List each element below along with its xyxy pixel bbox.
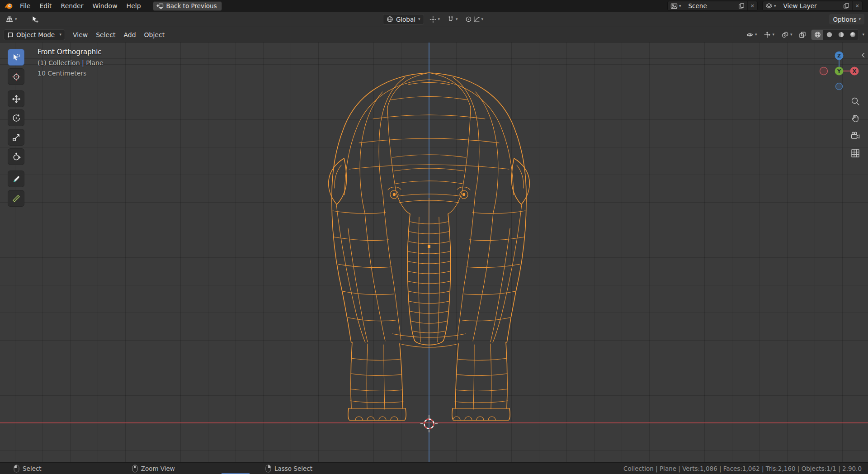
proportional-editing-controls[interactable]: ▾ bbox=[463, 14, 486, 25]
mode-dropdown[interactable]: Object Mode ▾ bbox=[4, 29, 65, 40]
rotate-icon bbox=[12, 114, 21, 123]
navigation-gizmo[interactable]: Z X Y bbox=[818, 50, 860, 92]
select-box-icon bbox=[12, 53, 21, 62]
options-button[interactable]: Options ▾ bbox=[829, 14, 864, 24]
tool-measure[interactable] bbox=[8, 190, 24, 207]
active-tool-indicator[interactable] bbox=[29, 14, 41, 25]
measure-ruler-icon bbox=[12, 194, 21, 203]
context-label: (1) Collection | Plane bbox=[38, 59, 104, 66]
view-name-label: Front Orthographic bbox=[38, 48, 104, 56]
new-scene-button[interactable] bbox=[736, 1, 747, 10]
menu-object[interactable]: Object bbox=[140, 29, 169, 40]
blender-logo-icon[interactable] bbox=[4, 1, 14, 10]
camera-icon bbox=[850, 131, 860, 141]
close-icon: ✕ bbox=[750, 3, 755, 9]
shading-wireframe-button[interactable] bbox=[811, 30, 823, 40]
menu-help[interactable]: Help bbox=[122, 0, 146, 12]
solid-sphere-icon bbox=[826, 31, 833, 38]
scale-icon bbox=[12, 133, 21, 142]
xray-icon bbox=[799, 31, 806, 38]
menu-view[interactable]: View bbox=[69, 29, 92, 40]
object-mode-icon bbox=[7, 32, 14, 38]
wireframe-sphere-icon bbox=[814, 31, 821, 38]
hint-select: Select bbox=[14, 465, 42, 473]
tool-annotate[interactable] bbox=[8, 171, 24, 187]
chevron-down-icon: ▾ bbox=[418, 17, 420, 21]
remove-view-layer-button[interactable]: ✕ bbox=[852, 1, 862, 10]
view-layer-icon bbox=[765, 3, 773, 9]
chevron-down-icon: ▾ bbox=[15, 17, 17, 21]
hint-lasso-select-label: Lasso Select bbox=[274, 465, 312, 472]
pivot-point-icon bbox=[429, 16, 437, 23]
svg-text:X: X bbox=[853, 68, 857, 74]
chevron-down-icon: ▾ bbox=[438, 17, 440, 21]
blender-window: File Edit Render Window Help Back to Pre… bbox=[0, 0, 868, 474]
rendered-sphere-icon bbox=[849, 31, 856, 38]
overlays-icon bbox=[781, 31, 789, 38]
mouse-left-click-icon bbox=[14, 465, 19, 473]
editor-3d-viewport-icon bbox=[5, 15, 14, 23]
gizmo-axis-negative-x[interactable] bbox=[820, 67, 828, 75]
magnet-icon bbox=[447, 16, 454, 23]
tool-cursor[interactable] bbox=[8, 68, 24, 85]
zoom-view-button[interactable] bbox=[850, 96, 861, 107]
grid-scale-label: 10 Centimeters bbox=[38, 70, 104, 77]
menu-add[interactable]: Add bbox=[119, 29, 140, 40]
toggle-orthographic-button[interactable] bbox=[850, 148, 861, 159]
menu-edit[interactable]: Edit bbox=[35, 0, 56, 12]
tweak-cursor-icon bbox=[31, 15, 39, 24]
tool-move[interactable] bbox=[8, 90, 24, 107]
chevron-left-icon bbox=[861, 52, 865, 58]
shading-rendered-button[interactable] bbox=[847, 30, 859, 40]
browse-scene-button[interactable]: ▾ bbox=[668, 1, 684, 10]
gizmo-axis-y[interactable]: Y bbox=[835, 67, 844, 76]
transform-orientation-dropdown[interactable]: Global ▾ bbox=[383, 14, 424, 25]
shading-material-button[interactable] bbox=[835, 30, 847, 40]
tool-rotate[interactable] bbox=[8, 109, 24, 126]
mouse-middle-click-icon bbox=[132, 465, 138, 473]
menu-select[interactable]: Select bbox=[92, 29, 119, 40]
material-sphere-icon bbox=[838, 31, 844, 38]
scene-icon bbox=[670, 3, 678, 9]
unlink-scene-button[interactable]: ✕ bbox=[747, 1, 757, 10]
back-to-previous-button[interactable]: Back to Previous bbox=[153, 1, 222, 11]
gizmos-dropdown[interactable]: ▾ bbox=[762, 29, 776, 40]
scene-selector: ▾ Scene ✕ bbox=[667, 1, 758, 11]
tool-select-box[interactable] bbox=[8, 49, 24, 66]
pan-view-button[interactable] bbox=[850, 113, 861, 123]
menu-window[interactable]: Window bbox=[88, 0, 122, 12]
menu-render[interactable]: Render bbox=[57, 0, 88, 12]
close-icon: ✕ bbox=[855, 3, 859, 9]
snapping-controls[interactable]: ▾ bbox=[445, 14, 460, 25]
shading-solid-button[interactable] bbox=[823, 30, 835, 40]
tool-scale[interactable] bbox=[8, 129, 24, 146]
gizmo-axis-z[interactable]: Z bbox=[835, 52, 844, 60]
tool-transform[interactable] bbox=[8, 148, 24, 165]
browse-view-layer-button[interactable]: ▾ bbox=[763, 1, 779, 10]
scene-name-field[interactable]: Scene bbox=[684, 2, 736, 9]
elephant-wireframe-model[interactable] bbox=[0, 43, 868, 462]
chevron-down-icon[interactable]: ▾ bbox=[862, 33, 864, 37]
camera-view-button[interactable] bbox=[850, 130, 861, 141]
cursor-3d[interactable] bbox=[420, 415, 438, 432]
gizmo-axis-negative-z[interactable] bbox=[836, 83, 843, 90]
annotate-pen-icon bbox=[12, 175, 21, 184]
mouse-right-click-icon bbox=[265, 465, 271, 473]
gizmo-axis-x[interactable]: X bbox=[850, 67, 859, 76]
object-visibility-dropdown[interactable]: ▾ bbox=[744, 29, 759, 40]
cursor-3d-icon bbox=[12, 72, 21, 81]
editor-type-selector[interactable]: ▾ bbox=[4, 14, 19, 25]
duplicate-icon bbox=[738, 3, 745, 9]
menu-file[interactable]: File bbox=[15, 0, 35, 12]
status-bar: Select Zoom View Lasso Select Collection… bbox=[0, 462, 868, 474]
chevron-down-icon: ▾ bbox=[679, 4, 681, 8]
chevron-down-icon: ▾ bbox=[59, 33, 61, 37]
xray-toggle-button[interactable] bbox=[797, 29, 808, 40]
sidebar-toggle[interactable] bbox=[860, 52, 866, 59]
view-layer-name-field[interactable]: View Layer bbox=[779, 2, 840, 9]
pivot-point-dropdown[interactable]: ▾ bbox=[428, 14, 442, 25]
new-view-layer-button[interactable] bbox=[840, 1, 852, 10]
viewport-3d[interactable]: Front Orthographic (1) Collection | Plan… bbox=[0, 43, 868, 462]
overlays-dropdown[interactable]: ▾ bbox=[779, 29, 794, 40]
chevron-down-icon: ▾ bbox=[859, 17, 861, 21]
